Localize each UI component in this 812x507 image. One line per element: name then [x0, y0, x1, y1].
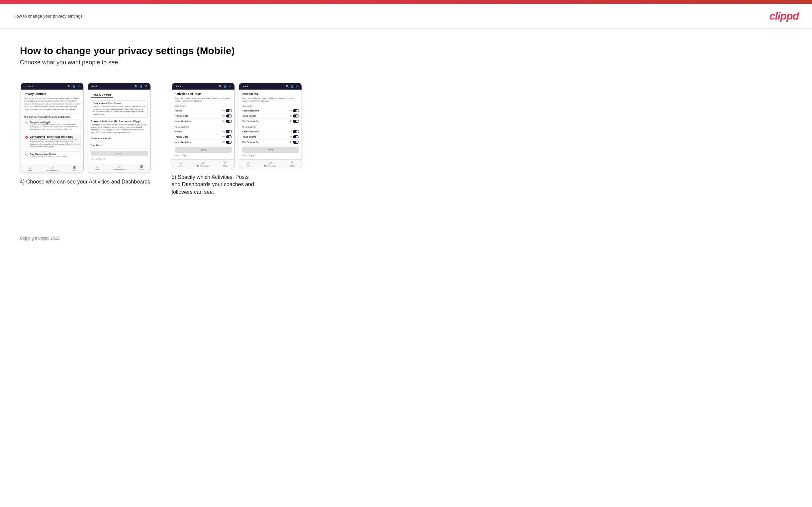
screen2-link-dashboards[interactable]: Dashboards ›	[91, 142, 148, 149]
menu-icon3: ☰	[224, 161, 226, 165]
right-group: ‹ Back 🔍 👤 ⚙ Activities and Posts Select…	[172, 82, 302, 196]
screen3-footer-performance[interactable]: 📈 My Performance	[197, 161, 210, 167]
screen3-body: Activities and Posts Select the types of…	[172, 90, 235, 159]
toggle-followers-rounds[interactable]	[226, 130, 232, 133]
screen3-footer-home[interactable]: ⌂ Home	[179, 161, 183, 167]
screen4-footer-home[interactable]: ⌂ Home	[246, 161, 250, 167]
toggle-followers-manual[interactable]	[226, 141, 232, 144]
page-subtitle: Choose what you want people to see	[20, 59, 792, 66]
home-icon4: ⌂	[247, 161, 249, 165]
person-icon4[interactable]: 👤	[291, 84, 294, 88]
menu-icon4: ☰	[291, 161, 294, 165]
breadcrumb: How to change your privacy settings	[13, 14, 83, 18]
toggle-followers-workon[interactable]	[293, 141, 299, 144]
screen2-nav-icons: 🔍 👤 ⚙	[135, 84, 148, 88]
screen3-followers-label: FOLLOWERS	[175, 126, 232, 128]
screen3-save-btn[interactable]: Save	[175, 147, 232, 153]
screen1-opt3-title: Only You and Your Coach	[30, 153, 67, 155]
screen4-help: Help & Support	[242, 154, 299, 157]
screen2-link-activities[interactable]: Activities and Posts ›	[91, 135, 148, 142]
toggle-coaches-rounds[interactable]	[226, 109, 232, 112]
caption5-text: 5) Specify which Activities, Posts and D…	[172, 174, 254, 196]
screen3-nav: ‹ Back 🔍 👤 ⚙	[172, 83, 235, 90]
footer: Copyright Clippd 2022	[0, 229, 812, 247]
screen3-help: Help & Support	[175, 154, 232, 157]
screen4-footer-performance[interactable]: 📈 My Performance	[264, 161, 276, 167]
screen4-followers-player: Player Dashboard ON	[242, 129, 299, 134]
screen1-footer-menu[interactable]: ☰ Menu	[72, 166, 77, 172]
toggle-coaches-manual[interactable]	[226, 120, 232, 123]
screen2-nav: ‹ Back 🔍 👤 ⚙	[88, 83, 150, 90]
settings-icon2[interactable]: ⚙	[145, 84, 148, 88]
screen2-save-btn[interactable]: Save	[91, 151, 148, 156]
screen2-back[interactable]: ‹ Back	[91, 85, 97, 88]
screen4-back[interactable]: ‹ Back	[242, 85, 248, 88]
chart-icon: 📈	[50, 166, 54, 169]
screen1-desc: Control how you and your data appears to…	[23, 97, 81, 111]
screen1-title: Privacy Controls	[23, 92, 81, 96]
screen4-coaches-insights: Round Insights ON	[242, 113, 299, 119]
screen1-opt1-desc: Everyone on Clippd can search for you an…	[30, 123, 79, 130]
screen2-footer-performance[interactable]: 📈 My Performance	[113, 165, 125, 171]
screen3-footer-menu[interactable]: ☰ Menu	[223, 161, 227, 167]
screen1-back[interactable]: ‹ < Back	[23, 85, 33, 88]
copyright: Copyright Clippd 2022	[20, 236, 59, 240]
screen2-footer-home[interactable]: ⌂ Home	[95, 165, 99, 171]
search-icon2[interactable]: 🔍	[135, 84, 138, 88]
caption5-block: 5) Specify which Activities, Posts and D…	[172, 174, 254, 196]
person-icon2[interactable]: 👤	[140, 84, 143, 88]
screens-container: ‹ < Back 🔍 👤 ⚙ Privacy Controls Control …	[20, 82, 792, 196]
screen3-followers-manual: Manual Activities ON	[175, 140, 232, 145]
screen1-radio2[interactable]	[25, 136, 28, 139]
settings-icon[interactable]: ⚙	[78, 84, 81, 88]
screen2-tab[interactable]: Privacy Controls	[91, 92, 113, 98]
toggle-coaches-insights[interactable]	[293, 114, 299, 117]
screen1-option2[interactable]: Only Approved Followers and Your Coach O…	[23, 134, 81, 149]
toggle-followers-insights[interactable]	[293, 135, 299, 138]
search-icon[interactable]: 🔍	[67, 84, 71, 88]
screen2-help: Help & Support	[91, 158, 148, 160]
person-icon3[interactable]: 👤	[223, 84, 227, 88]
screen-2: ‹ Back 🔍 👤 ⚙ Privacy Controls Only You a…	[88, 82, 151, 173]
left-group: ‹ < Back 🔍 👤 ⚙ Privacy Controls Control …	[20, 82, 152, 185]
screen1-opt2-desc: Only approved followers and coaches you …	[30, 138, 79, 148]
screen1-opt3-desc: Only you and the coaches you connect wit…	[30, 155, 67, 158]
screen1-footer-performance[interactable]: 📈 My Performance	[46, 166, 58, 172]
screen3-followers-rounds: Rounds ON	[175, 129, 232, 134]
screen-3: ‹ Back 🔍 👤 ⚙ Activities and Posts Select…	[172, 82, 235, 168]
screen4-coaches-player: Player Dashboard ON	[242, 108, 299, 113]
screens-pair-right: ‹ Back 🔍 👤 ⚙ Activities and Posts Select…	[172, 82, 302, 168]
chart-icon4: 📈	[269, 161, 272, 165]
screen1-radio1[interactable]	[25, 121, 28, 124]
search-icon4[interactable]: 🔍	[286, 84, 289, 88]
screen4-footer-menu[interactable]: ☰ Menu	[290, 161, 295, 167]
screen1-footer-home[interactable]: ⌂ Home	[28, 166, 32, 172]
screen2-callout: Only You and Your Coach Only you and the…	[91, 100, 148, 118]
toggle-coaches-player[interactable]	[293, 109, 299, 112]
home-icon3: ⌂	[180, 161, 182, 165]
logo[interactable]: clippd	[769, 10, 799, 22]
settings-icon4[interactable]: ⚙	[296, 84, 299, 88]
screen3-title: Activities and Posts	[175, 92, 232, 96]
screen2-show-desc: Regardless of the privacy controls that …	[91, 124, 148, 134]
screen1-option1[interactable]: Everyone on Clippd Everyone on Clippd ca…	[23, 119, 81, 132]
settings-icon3[interactable]: ⚙	[229, 84, 232, 88]
search-icon3[interactable]: 🔍	[218, 84, 222, 88]
toggle-coaches-workon[interactable]	[293, 120, 299, 123]
screen4-footer: ⌂ Home 📈 My Performance ☰ Menu	[239, 159, 302, 168]
toggle-followers-player[interactable]	[293, 130, 299, 133]
caption4-text: 4) Choose who can see your Activities an…	[20, 178, 152, 185]
screen4-save-btn[interactable]: Save	[242, 147, 299, 153]
screen1-option3[interactable]: Only You and Your Coach Only you and the…	[23, 151, 81, 159]
screen3-back[interactable]: ‹ Back	[175, 85, 181, 88]
chevron-right-icon: ›	[147, 137, 148, 140]
person-icon[interactable]: 👤	[72, 84, 76, 88]
home-icon2: ⌂	[96, 165, 98, 168]
toggle-coaches-drills[interactable]	[226, 114, 232, 117]
screen1-footer: ⌂ Home 📈 My Performance ☰ Menu	[21, 164, 83, 173]
screen2-footer-menu[interactable]: ☰ Menu	[140, 165, 144, 171]
screen1-radio3[interactable]	[25, 153, 28, 156]
screen4-nav-icons: 🔍 👤 ⚙	[286, 84, 299, 88]
toggle-followers-drills[interactable]	[226, 135, 232, 138]
screen4-nav: ‹ Back 🔍 👤 ⚙	[239, 83, 302, 90]
